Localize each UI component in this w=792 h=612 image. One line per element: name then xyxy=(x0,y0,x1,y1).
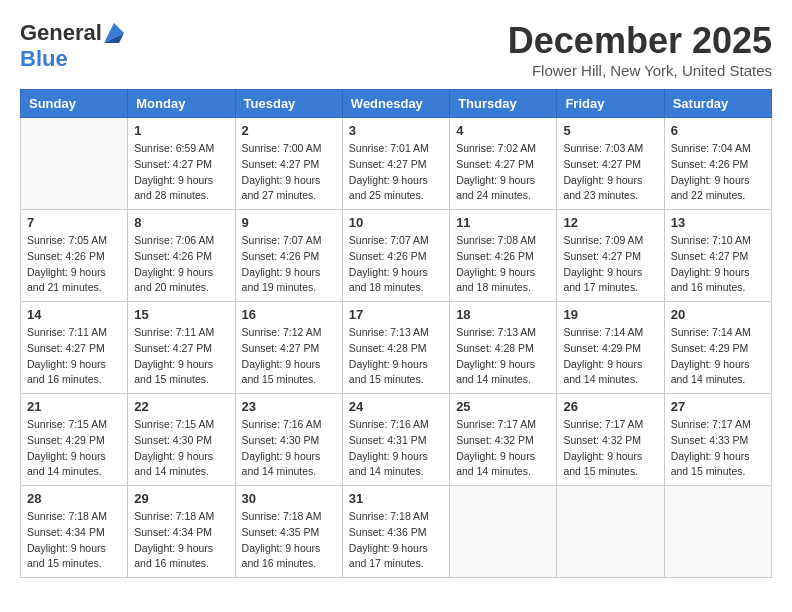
day-info: Sunrise: 7:15 AMSunset: 4:30 PMDaylight:… xyxy=(134,417,228,480)
month-title: December 2025 xyxy=(508,20,772,62)
calendar-cell: 31Sunrise: 7:18 AMSunset: 4:36 PMDayligh… xyxy=(342,486,449,578)
calendar-header-thursday: Thursday xyxy=(450,90,557,118)
calendar-week-row: 21Sunrise: 7:15 AMSunset: 4:29 PMDayligh… xyxy=(21,394,772,486)
day-info: Sunrise: 7:06 AMSunset: 4:26 PMDaylight:… xyxy=(134,233,228,296)
calendar-table: SundayMondayTuesdayWednesdayThursdayFrid… xyxy=(20,89,772,578)
day-info: Sunrise: 6:59 AMSunset: 4:27 PMDaylight:… xyxy=(134,141,228,204)
calendar-cell: 14Sunrise: 7:11 AMSunset: 4:27 PMDayligh… xyxy=(21,302,128,394)
calendar-cell: 5Sunrise: 7:03 AMSunset: 4:27 PMDaylight… xyxy=(557,118,664,210)
day-number: 29 xyxy=(134,491,228,506)
calendar-cell: 29Sunrise: 7:18 AMSunset: 4:34 PMDayligh… xyxy=(128,486,235,578)
calendar-cell: 24Sunrise: 7:16 AMSunset: 4:31 PMDayligh… xyxy=(342,394,449,486)
day-info: Sunrise: 7:01 AMSunset: 4:27 PMDaylight:… xyxy=(349,141,443,204)
calendar-cell xyxy=(450,486,557,578)
day-number: 22 xyxy=(134,399,228,414)
calendar-header-sunday: Sunday xyxy=(21,90,128,118)
day-info: Sunrise: 7:00 AMSunset: 4:27 PMDaylight:… xyxy=(242,141,336,204)
calendar-cell: 6Sunrise: 7:04 AMSunset: 4:26 PMDaylight… xyxy=(664,118,771,210)
day-info: Sunrise: 7:13 AMSunset: 4:28 PMDaylight:… xyxy=(349,325,443,388)
calendar-cell: 28Sunrise: 7:18 AMSunset: 4:34 PMDayligh… xyxy=(21,486,128,578)
day-info: Sunrise: 7:07 AMSunset: 4:26 PMDaylight:… xyxy=(349,233,443,296)
calendar-cell: 30Sunrise: 7:18 AMSunset: 4:35 PMDayligh… xyxy=(235,486,342,578)
day-info: Sunrise: 7:15 AMSunset: 4:29 PMDaylight:… xyxy=(27,417,121,480)
day-number: 9 xyxy=(242,215,336,230)
logo-general-text: General xyxy=(20,20,102,46)
calendar-cell: 13Sunrise: 7:10 AMSunset: 4:27 PMDayligh… xyxy=(664,210,771,302)
calendar-cell: 16Sunrise: 7:12 AMSunset: 4:27 PMDayligh… xyxy=(235,302,342,394)
calendar-cell: 9Sunrise: 7:07 AMSunset: 4:26 PMDaylight… xyxy=(235,210,342,302)
calendar-cell: 10Sunrise: 7:07 AMSunset: 4:26 PMDayligh… xyxy=(342,210,449,302)
day-number: 15 xyxy=(134,307,228,322)
day-number: 30 xyxy=(242,491,336,506)
day-info: Sunrise: 7:17 AMSunset: 4:32 PMDaylight:… xyxy=(456,417,550,480)
day-number: 19 xyxy=(563,307,657,322)
calendar-cell: 18Sunrise: 7:13 AMSunset: 4:28 PMDayligh… xyxy=(450,302,557,394)
calendar-header-row: SundayMondayTuesdayWednesdayThursdayFrid… xyxy=(21,90,772,118)
day-info: Sunrise: 7:02 AMSunset: 4:27 PMDaylight:… xyxy=(456,141,550,204)
day-number: 27 xyxy=(671,399,765,414)
day-info: Sunrise: 7:05 AMSunset: 4:26 PMDaylight:… xyxy=(27,233,121,296)
day-number: 20 xyxy=(671,307,765,322)
calendar-cell xyxy=(664,486,771,578)
day-number: 1 xyxy=(134,123,228,138)
calendar-cell: 11Sunrise: 7:08 AMSunset: 4:26 PMDayligh… xyxy=(450,210,557,302)
day-number: 31 xyxy=(349,491,443,506)
day-number: 3 xyxy=(349,123,443,138)
calendar-cell: 22Sunrise: 7:15 AMSunset: 4:30 PMDayligh… xyxy=(128,394,235,486)
day-info: Sunrise: 7:17 AMSunset: 4:32 PMDaylight:… xyxy=(563,417,657,480)
day-number: 8 xyxy=(134,215,228,230)
calendar-header-tuesday: Tuesday xyxy=(235,90,342,118)
calendar-header-friday: Friday xyxy=(557,90,664,118)
day-number: 25 xyxy=(456,399,550,414)
day-info: Sunrise: 7:07 AMSunset: 4:26 PMDaylight:… xyxy=(242,233,336,296)
calendar-cell: 21Sunrise: 7:15 AMSunset: 4:29 PMDayligh… xyxy=(21,394,128,486)
day-info: Sunrise: 7:16 AMSunset: 4:30 PMDaylight:… xyxy=(242,417,336,480)
calendar-cell: 20Sunrise: 7:14 AMSunset: 4:29 PMDayligh… xyxy=(664,302,771,394)
logo-blue-text: Blue xyxy=(20,46,68,72)
day-number: 21 xyxy=(27,399,121,414)
day-info: Sunrise: 7:08 AMSunset: 4:26 PMDaylight:… xyxy=(456,233,550,296)
day-info: Sunrise: 7:18 AMSunset: 4:36 PMDaylight:… xyxy=(349,509,443,572)
calendar-cell: 12Sunrise: 7:09 AMSunset: 4:27 PMDayligh… xyxy=(557,210,664,302)
day-number: 14 xyxy=(27,307,121,322)
title-block: December 2025 Flower Hill, New York, Uni… xyxy=(508,20,772,79)
calendar-cell: 15Sunrise: 7:11 AMSunset: 4:27 PMDayligh… xyxy=(128,302,235,394)
calendar-cell: 7Sunrise: 7:05 AMSunset: 4:26 PMDaylight… xyxy=(21,210,128,302)
day-info: Sunrise: 7:12 AMSunset: 4:27 PMDaylight:… xyxy=(242,325,336,388)
calendar-cell: 25Sunrise: 7:17 AMSunset: 4:32 PMDayligh… xyxy=(450,394,557,486)
day-info: Sunrise: 7:14 AMSunset: 4:29 PMDaylight:… xyxy=(671,325,765,388)
calendar-cell: 26Sunrise: 7:17 AMSunset: 4:32 PMDayligh… xyxy=(557,394,664,486)
calendar-cell: 8Sunrise: 7:06 AMSunset: 4:26 PMDaylight… xyxy=(128,210,235,302)
day-info: Sunrise: 7:17 AMSunset: 4:33 PMDaylight:… xyxy=(671,417,765,480)
calendar-header-wednesday: Wednesday xyxy=(342,90,449,118)
calendar-week-row: 7Sunrise: 7:05 AMSunset: 4:26 PMDaylight… xyxy=(21,210,772,302)
calendar-cell: 3Sunrise: 7:01 AMSunset: 4:27 PMDaylight… xyxy=(342,118,449,210)
calendar-week-row: 1Sunrise: 6:59 AMSunset: 4:27 PMDaylight… xyxy=(21,118,772,210)
calendar-cell: 17Sunrise: 7:13 AMSunset: 4:28 PMDayligh… xyxy=(342,302,449,394)
day-number: 16 xyxy=(242,307,336,322)
calendar-header-saturday: Saturday xyxy=(664,90,771,118)
day-number: 28 xyxy=(27,491,121,506)
day-number: 11 xyxy=(456,215,550,230)
day-info: Sunrise: 7:09 AMSunset: 4:27 PMDaylight:… xyxy=(563,233,657,296)
calendar-cell: 19Sunrise: 7:14 AMSunset: 4:29 PMDayligh… xyxy=(557,302,664,394)
day-number: 18 xyxy=(456,307,550,322)
day-info: Sunrise: 7:18 AMSunset: 4:34 PMDaylight:… xyxy=(134,509,228,572)
day-info: Sunrise: 7:13 AMSunset: 4:28 PMDaylight:… xyxy=(456,325,550,388)
day-number: 12 xyxy=(563,215,657,230)
calendar-cell: 1Sunrise: 6:59 AMSunset: 4:27 PMDaylight… xyxy=(128,118,235,210)
day-number: 23 xyxy=(242,399,336,414)
day-info: Sunrise: 7:11 AMSunset: 4:27 PMDaylight:… xyxy=(27,325,121,388)
calendar-header-monday: Monday xyxy=(128,90,235,118)
logo: General Blue xyxy=(20,20,124,72)
day-info: Sunrise: 7:16 AMSunset: 4:31 PMDaylight:… xyxy=(349,417,443,480)
day-info: Sunrise: 7:11 AMSunset: 4:27 PMDaylight:… xyxy=(134,325,228,388)
calendar-cell: 27Sunrise: 7:17 AMSunset: 4:33 PMDayligh… xyxy=(664,394,771,486)
day-number: 6 xyxy=(671,123,765,138)
day-number: 24 xyxy=(349,399,443,414)
calendar-cell xyxy=(557,486,664,578)
day-number: 10 xyxy=(349,215,443,230)
day-number: 4 xyxy=(456,123,550,138)
location-text: Flower Hill, New York, United States xyxy=(508,62,772,79)
day-info: Sunrise: 7:04 AMSunset: 4:26 PMDaylight:… xyxy=(671,141,765,204)
